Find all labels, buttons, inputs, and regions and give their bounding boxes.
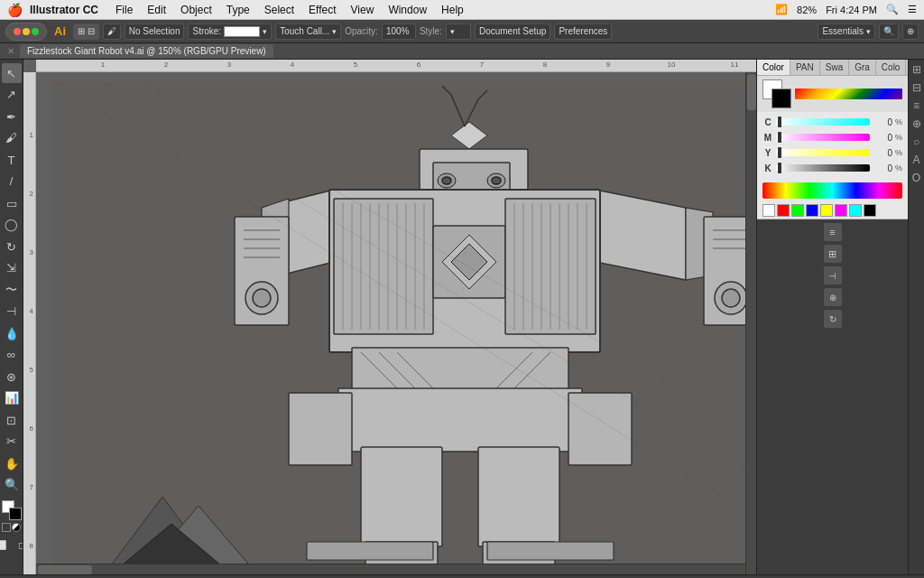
- swatch-green[interactable]: [791, 204, 804, 217]
- menu-file[interactable]: File: [109, 2, 139, 18]
- scrollbar-thumb-h[interactable]: [38, 565, 92, 574]
- swatch-white[interactable]: [762, 204, 775, 217]
- draw-mode-btn[interactable]: ◻: [12, 535, 23, 555]
- swatch-magenta[interactable]: [835, 204, 847, 217]
- swatch-yellow[interactable]: [820, 204, 833, 217]
- ruler-vertical: 1 2 3 4 5 6 7 8: [23, 72, 36, 574]
- swatch-black[interactable]: [864, 204, 876, 217]
- chevron-down-icon2: ▾: [332, 27, 337, 36]
- menu-object[interactable]: Object: [174, 2, 218, 18]
- tab-pan[interactable]: PAN: [790, 60, 820, 75]
- direct-selection-tool[interactable]: ↗: [2, 84, 22, 104]
- stroke-preview[interactable]: [772, 89, 791, 108]
- tab-colo[interactable]: Colo: [876, 60, 907, 75]
- preferences-button[interactable]: Preferences: [554, 23, 612, 40]
- eyedropper-tool[interactable]: 💧: [2, 323, 22, 343]
- fill-mode-btn[interactable]: ⬜: [0, 535, 11, 555]
- icon-strip-6[interactable]: A: [912, 154, 919, 166]
- black-slider[interactable]: [776, 164, 870, 172]
- menu-view[interactable]: View: [345, 2, 381, 18]
- scrollbar-thumb-v[interactable]: [747, 74, 756, 110]
- opacity-input[interactable]: 100%: [382, 23, 416, 40]
- gradient-icon[interactable]: [12, 523, 21, 532]
- type-tool[interactable]: T: [2, 150, 22, 170]
- menu-edit[interactable]: Edit: [141, 2, 172, 18]
- artboard-tool[interactable]: ⊡: [2, 410, 22, 430]
- brush-preset-dropdown[interactable]: Touch Call... ▾: [275, 23, 341, 40]
- menu-type[interactable]: Type: [220, 2, 256, 18]
- yellow-slider[interactable]: [776, 149, 870, 156]
- menu-help[interactable]: Help: [435, 2, 470, 18]
- warp-tool[interactable]: 〜: [2, 280, 22, 300]
- tab-swa[interactable]: Swa: [820, 60, 849, 75]
- yellow-value[interactable]: 0: [873, 148, 892, 158]
- icon-strip-2[interactable]: ⊟: [912, 81, 921, 94]
- properties-icon[interactable]: ⊞: [824, 245, 842, 263]
- icon-strip-5[interactable]: ○: [913, 135, 919, 148]
- style-dropdown[interactable]: ▾: [446, 23, 471, 40]
- tab-color[interactable]: Color: [757, 60, 790, 75]
- swatch-cyan[interactable]: [849, 204, 862, 217]
- svg-point-30: [722, 289, 740, 307]
- pathfinder-icon[interactable]: ⊕: [824, 288, 842, 306]
- graph-tool[interactable]: 📊: [2, 387, 22, 407]
- menu-select[interactable]: Select: [258, 2, 300, 18]
- apple-menu[interactable]: 🍎: [7, 3, 23, 17]
- scrollbar-horizontal[interactable]: [36, 564, 745, 574]
- scrollbar-vertical[interactable]: [745, 72, 756, 574]
- menu-window[interactable]: Window: [382, 2, 433, 18]
- icon-strip-4[interactable]: ⊕: [912, 117, 921, 130]
- layers-icon[interactable]: ≡: [824, 223, 842, 241]
- tab-gra[interactable]: Gra: [849, 60, 876, 75]
- menu-effect[interactable]: Effect: [302, 2, 342, 18]
- black-value[interactable]: 0: [873, 163, 892, 173]
- menu-list-icon[interactable]: ☰: [908, 4, 917, 15]
- icon-strip-3[interactable]: ≡: [913, 99, 919, 112]
- line-tool[interactable]: /: [2, 171, 22, 191]
- no-fill-icon[interactable]: [2, 523, 11, 532]
- paintbrush-tool[interactable]: 🖌: [2, 127, 22, 147]
- document-tab[interactable]: Fizzlestock Giant Robot v4.ai @ 150% (RG…: [20, 44, 273, 58]
- essentials-dropdown[interactable]: Essentials ▾: [818, 23, 875, 40]
- transform-icon[interactable]: ↻: [824, 310, 842, 328]
- hand-tool[interactable]: ✋: [2, 453, 22, 473]
- swatch-red[interactable]: [777, 204, 790, 217]
- canvas-area[interactable]: 1 2 3 4 5 6 7 8 9 10 11 12 1 2 3 4 5: [23, 60, 756, 574]
- blend-tool[interactable]: ∞: [2, 344, 22, 364]
- swatch-blue[interactable]: [806, 204, 818, 217]
- search-icon[interactable]: 🔍: [886, 4, 899, 15]
- cyan-value[interactable]: 0: [873, 117, 892, 127]
- align-icon[interactable]: ⊣: [824, 266, 842, 284]
- color-spectrum[interactable]: [762, 182, 902, 199]
- icon-strip-7[interactable]: O: [912, 172, 920, 184]
- color-preview-area[interactable]: [762, 79, 791, 108]
- width-tool[interactable]: ⊣: [2, 301, 22, 321]
- ellipse-tool[interactable]: ◯: [2, 214, 22, 234]
- selection-tool[interactable]: ↖: [2, 63, 22, 83]
- ruler-mark-v4: 4: [30, 307, 33, 315]
- workspace-switcher[interactable]: ⊞ ⊟: [73, 23, 99, 40]
- stroke-dropdown[interactable]: Stroke: ▾: [188, 23, 272, 40]
- doc-setup-button[interactable]: Document Setup: [475, 23, 551, 40]
- pen-tool[interactable]: ✒: [2, 107, 22, 126]
- zoom-tool[interactable]: 🔍: [2, 474, 22, 494]
- icon-strip-1[interactable]: ⊞: [912, 63, 921, 76]
- scale-tool[interactable]: ⇲: [2, 257, 22, 277]
- stroke-swatch[interactable]: [9, 508, 22, 520]
- brush-tool-icon[interactable]: 🖌: [103, 23, 121, 40]
- symbol-tool[interactable]: ⊛: [2, 367, 22, 387]
- cyan-label: C: [762, 117, 773, 127]
- draw-tools: ✒ 🖌: [2, 107, 22, 147]
- panel-toggle[interactable]: ⊕: [902, 23, 919, 40]
- ruler-mark-v2: 2: [30, 190, 33, 198]
- magenta-value[interactable]: 0: [873, 133, 892, 143]
- rotate-tool[interactable]: ↻: [2, 237, 22, 256]
- canvas-content[interactable]: [36, 72, 756, 574]
- color-swatch-area[interactable]: [2, 500, 22, 520]
- search-button[interactable]: 🔍: [879, 23, 899, 40]
- rectangle-tool[interactable]: ▭: [2, 193, 22, 213]
- slice-tool[interactable]: ✂: [2, 431, 22, 451]
- magenta-slider[interactable]: [776, 134, 870, 141]
- artboard[interactable]: [54, 81, 756, 569]
- cyan-slider[interactable]: [776, 118, 870, 126]
